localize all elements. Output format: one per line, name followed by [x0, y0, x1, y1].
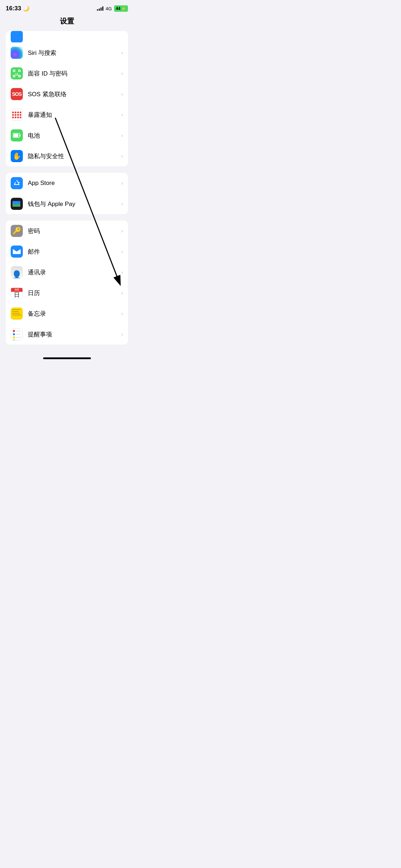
- settings-group-2: App Store › 钱包与 Apple Pay ›: [6, 173, 128, 214]
- network-label: 4G: [106, 6, 112, 11]
- reminders-icon: [11, 328, 23, 340]
- settings-row-appstore[interactable]: App Store ›: [6, 173, 128, 193]
- settings-row-calendar[interactable]: 日历 日 日历 ›: [6, 283, 128, 303]
- settings-row-reminders[interactable]: 提醒事项 ›: [6, 324, 128, 345]
- settings-row-password[interactable]: 🔑 密码 ›: [6, 221, 128, 241]
- wallet-label: 钱包与 Apple Pay: [28, 200, 121, 208]
- mail-flap: [13, 249, 21, 252]
- home-bar: [43, 357, 91, 359]
- signal-icon: [97, 6, 103, 11]
- faceid-label: 面容 ID 与密码: [28, 69, 121, 78]
- svg-rect-1: [11, 47, 23, 59]
- settings-group-1: Siri 与搜索 › 面容 ID 与密码: [6, 31, 128, 166]
- contacts-person-icon: 👤: [11, 271, 22, 278]
- sos-label: SOS 紧急联络: [28, 90, 121, 98]
- time-label: 16:33: [6, 5, 21, 12]
- faceid-icon: [11, 67, 23, 79]
- battery-label: 电池: [28, 131, 121, 140]
- faceid-chevron: ›: [121, 71, 123, 76]
- mail-icon: [11, 246, 23, 258]
- privacy-icon: ✋: [11, 150, 23, 162]
- privacy-hand-icon: ✋: [12, 152, 21, 160]
- mail-label: 邮件: [28, 248, 121, 256]
- battery-chevron: ›: [121, 133, 123, 138]
- settings-row-faceid[interactable]: 面容 ID 与密码 ›: [6, 63, 128, 84]
- signal-bar-1: [97, 9, 98, 11]
- status-time: 16:33 🌙: [6, 5, 30, 12]
- notes-chevron: ›: [121, 311, 123, 316]
- reminders-label: 提醒事项: [28, 330, 121, 339]
- privacy-label: 隐私与安全性: [28, 152, 121, 160]
- battery-indicator: 44 ⚡: [114, 5, 128, 12]
- svg-rect-0: [13, 33, 21, 41]
- svg-rect-10: [14, 134, 19, 137]
- partial-row[interactable]: [6, 31, 128, 42]
- scroll-content: Siri 与搜索 › 面容 ID 与密码: [0, 31, 134, 355]
- notes-label: 备忘录: [28, 310, 121, 318]
- battery-bolt-icon: ⚡: [121, 6, 126, 11]
- status-right: 4G 44 ⚡: [97, 5, 128, 12]
- partial-icon-svg: [13, 33, 21, 41]
- settings-row-exposure[interactable]: 暴露通知 ›: [6, 104, 128, 125]
- exposure-label: 暴露通知: [28, 111, 121, 119]
- signal-bar-3: [101, 7, 102, 11]
- sos-icon: SOS: [11, 88, 23, 100]
- settings-row-siri[interactable]: Siri 与搜索 ›: [6, 42, 128, 63]
- notes-icon: [11, 308, 23, 320]
- settings-group-3: 🔑 密码 › 邮件 › 👤 通讯录: [6, 221, 128, 345]
- appstore-icon: [11, 177, 23, 189]
- settings-row-battery[interactable]: 电池 ›: [6, 125, 128, 146]
- calendar-icon: 日历 日: [11, 287, 23, 299]
- calendar-chevron: ›: [121, 290, 123, 296]
- svg-rect-3: [19, 70, 20, 72]
- settings-row-wallet[interactable]: 钱包与 Apple Pay ›: [6, 193, 128, 214]
- partial-icon: [11, 31, 23, 42]
- battery-icon: [11, 129, 23, 141]
- siri-icon: [11, 47, 23, 59]
- moon-icon: 🌙: [23, 5, 30, 12]
- reminders-chevron: ›: [121, 331, 123, 337]
- siri-chevron: ›: [121, 50, 123, 56]
- password-label: 密码: [28, 227, 121, 235]
- svg-rect-14: [12, 201, 20, 205]
- calendar-label: 日历: [28, 289, 121, 297]
- svg-rect-5: [19, 75, 20, 77]
- password-chevron: ›: [121, 228, 123, 234]
- exposure-chevron: ›: [121, 112, 123, 118]
- appstore-chevron: ›: [121, 180, 123, 186]
- signal-bar-4: [102, 6, 103, 11]
- sos-chevron: ›: [121, 91, 123, 97]
- password-icon: 🔑: [11, 225, 23, 237]
- home-indicator: [0, 355, 134, 361]
- siri-label: Siri 与搜索: [28, 49, 121, 57]
- page-title: 设置: [0, 15, 134, 31]
- wallet-icon: [11, 198, 23, 210]
- appstore-label: App Store: [28, 180, 121, 187]
- contacts-chevron: ›: [121, 269, 123, 275]
- mail-envelope: [13, 249, 21, 254]
- mail-chevron: ›: [121, 249, 123, 254]
- battery-level: 44: [116, 6, 120, 11]
- settings-row-notes[interactable]: 备忘录 ›: [6, 303, 128, 324]
- settings-row-sos[interactable]: SOS SOS 紧急联络 ›: [6, 84, 128, 104]
- svg-rect-4: [13, 75, 15, 77]
- svg-rect-9: [20, 134, 21, 136]
- faceid-icon-inner: [11, 67, 23, 79]
- exposure-icon: [11, 109, 23, 121]
- wallet-chevron: ›: [121, 201, 123, 207]
- contacts-icon: 👤: [11, 266, 23, 278]
- settings-row-privacy[interactable]: ✋ 隐私与安全性 ›: [6, 146, 128, 166]
- contacts-label: 通讯录: [28, 268, 121, 277]
- svg-rect-2: [13, 70, 15, 72]
- status-bar: 16:33 🌙 4G 44 ⚡: [0, 0, 134, 15]
- signal-bar-2: [99, 9, 100, 11]
- settings-row-mail[interactable]: 邮件 ›: [6, 241, 128, 262]
- privacy-chevron: ›: [121, 153, 123, 159]
- exposure-dots: [11, 110, 23, 120]
- settings-row-contacts[interactable]: 👤 通讯录 ›: [6, 262, 128, 283]
